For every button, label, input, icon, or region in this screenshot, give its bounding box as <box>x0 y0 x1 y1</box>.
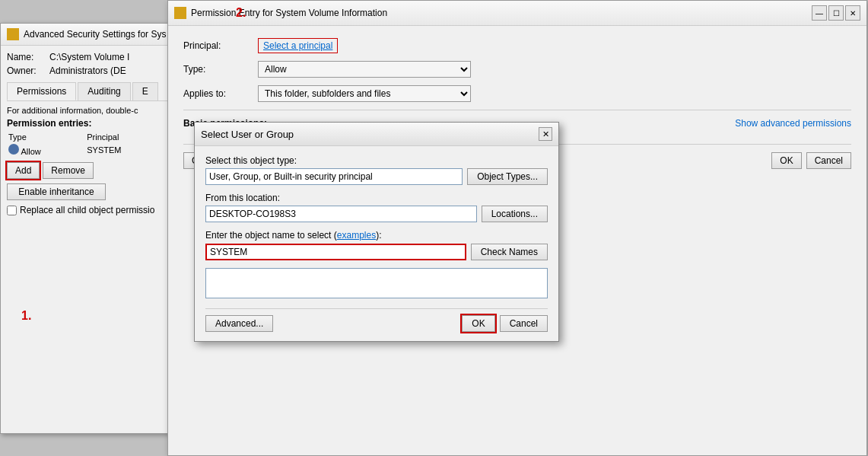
name-value: C:\System Volume I <box>49 52 129 62</box>
principal-row: Principal: Select a principal <box>183 38 851 53</box>
location-label: From this location: <box>205 193 548 203</box>
tab-permissions[interactable]: Permissions <box>7 82 76 100</box>
object-type-input[interactable] <box>205 168 463 185</box>
perm-entry-cancel-button[interactable]: Cancel <box>806 152 851 169</box>
perm-entry-title-left: Permission Entry for System Volume Infor… <box>174 7 387 19</box>
table-row: Allow SYSTEM <box>7 142 168 158</box>
select-principal-link[interactable]: Select a principal <box>258 38 338 53</box>
titlebar-icon <box>7 28 19 40</box>
enter-object-label: Enter the object name to select (example… <box>205 230 548 241</box>
adv-security-window: Advanced Security Settings for Sys Name:… <box>0 23 175 434</box>
owner-label: Owner: <box>7 65 45 76</box>
check-names-button[interactable]: Check Names <box>471 244 548 260</box>
adv-security-body: Name: C:\System Volume I Owner: Administ… <box>1 46 174 222</box>
applies-row: Applies to: This folder, subfolders and … <box>183 85 851 102</box>
multiline-input[interactable] <box>205 268 548 298</box>
select-user-dialog: Select User or Group ✕ Select this objec… <box>194 122 559 342</box>
info-text: For additional information, double-c <box>7 106 168 115</box>
sud-body: Select this object type: Object Types...… <box>195 146 558 341</box>
maximize-button[interactable]: ☐ <box>828 5 844 21</box>
object-name-input[interactable] <box>205 244 466 260</box>
location-row: Locations... <box>205 206 548 222</box>
replace-checkbox[interactable] <box>7 206 17 215</box>
examples-link[interactable]: examples <box>337 230 376 241</box>
replace-checkbox-row: Replace all child object permissio <box>7 205 168 215</box>
minimize-button[interactable]: — <box>812 5 827 21</box>
owner-value: Administrators (DE <box>49 65 126 76</box>
tabs-row: Permissions Auditing E <box>7 82 168 101</box>
type-row: Type: Allow Deny <box>183 61 851 78</box>
object-types-button[interactable]: Object Types... <box>467 168 548 185</box>
row-principal: SYSTEM <box>85 142 168 158</box>
tab-auditing[interactable]: Auditing <box>78 82 130 100</box>
enable-inheritance-button[interactable]: Enable inheritance <box>7 183 106 200</box>
perm-entry-icon <box>174 7 186 19</box>
object-type-row: Object Types... <box>205 168 548 185</box>
sud-cancel-button[interactable]: Cancel <box>500 315 548 332</box>
close-button[interactable]: ✕ <box>845 5 860 21</box>
name-row: Name: C:\System Volume I <box>7 52 168 62</box>
sud-titlebar: Select User or Group ✕ <box>195 123 558 146</box>
perm-entries-label: Permission entries: <box>7 118 168 129</box>
name-label: Name: <box>7 52 45 62</box>
owner-row: Owner: Administrators (DE <box>7 65 168 76</box>
adv-security-title: Advanced Security Settings for Sys <box>24 29 166 40</box>
perm-action-buttons: Add Remove <box>7 162 168 179</box>
adv-security-titlebar: Advanced Security Settings for Sys <box>1 24 174 46</box>
sud-title: Select User or Group <box>201 129 294 140</box>
location-input[interactable] <box>205 206 477 222</box>
sud-ok-cancel-buttons: OK Cancel <box>462 315 548 332</box>
add-button[interactable]: Add <box>7 162 40 179</box>
applies-label: Applies to: <box>183 88 252 99</box>
divider <box>183 110 851 110</box>
step1-label: 1. <box>21 309 31 323</box>
applies-select[interactable]: This folder, subfolders and files <box>258 85 471 102</box>
perm-table: Type Principal Allow SYSTEM <box>7 132 168 158</box>
perm-entry-titlebar: Permission Entry for System Volume Infor… <box>168 1 866 26</box>
advanced-button[interactable]: Advanced... <box>205 315 273 332</box>
locations-button[interactable]: Locations... <box>482 206 548 222</box>
object-type-label: Select this object type: <box>205 155 548 166</box>
step2-label: 2. <box>236 6 246 20</box>
replace-checkbox-label: Replace all child object permissio <box>20 205 154 215</box>
show-advanced-link[interactable]: Show advanced permissions <box>735 118 851 129</box>
sud-ok-button[interactable]: OK <box>462 315 494 332</box>
perm-entry-title-buttons: — ☐ ✕ <box>812 5 860 21</box>
sud-close-button[interactable]: ✕ <box>539 127 552 141</box>
perm-entry-ok-button[interactable]: OK <box>771 152 801 169</box>
row-type: Allow <box>7 142 85 158</box>
tab-extra[interactable]: E <box>132 82 158 100</box>
col-principal: Principal <box>85 132 168 142</box>
type-label: Type: <box>183 64 252 75</box>
sud-footer: Advanced... OK Cancel <box>205 308 548 332</box>
principal-label: Principal: <box>183 40 252 51</box>
col-type: Type <box>7 132 85 142</box>
type-select[interactable]: Allow Deny <box>258 61 471 78</box>
remove-button[interactable]: Remove <box>43 162 94 179</box>
enable-inheritance-row: Enable inheritance <box>7 179 168 200</box>
row-icon <box>8 144 19 155</box>
object-name-row: Check Names <box>205 244 548 260</box>
perm-entry-title-text: Permission Entry for System Volume Infor… <box>191 8 387 18</box>
